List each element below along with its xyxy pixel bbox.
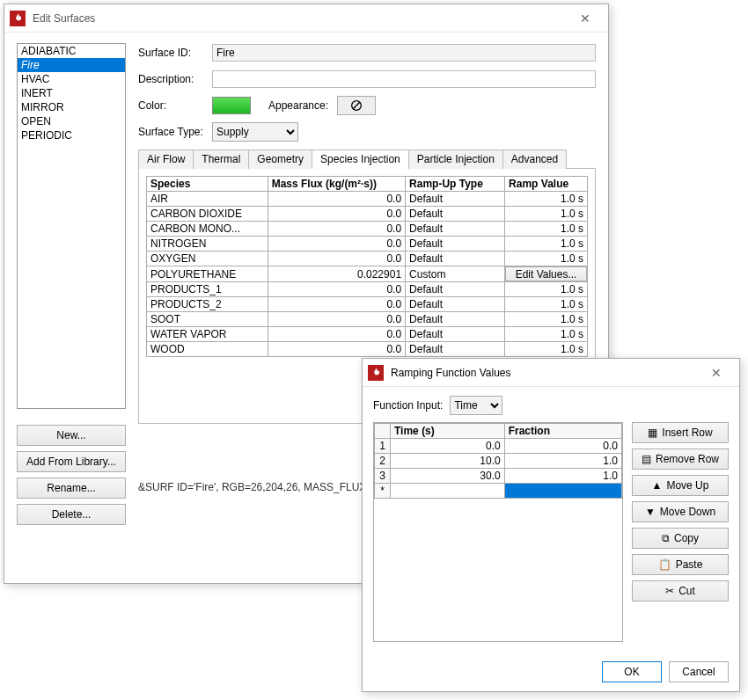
- flux-cell[interactable]: 0.0: [268, 192, 405, 207]
- time-cell[interactable]: 0.0: [391, 439, 505, 454]
- ramp-type-cell[interactable]: Default: [406, 282, 505, 297]
- species-cell[interactable]: WOOD: [147, 342, 268, 357]
- table-row[interactable]: CARBON DIOXIDE0.0Default1.0 s: [147, 207, 588, 222]
- surface-listbox[interactable]: ADIABATICFireHVACINERTMIRROROPENPERIODIC: [17, 43, 126, 409]
- tab-thermal[interactable]: Thermal: [193, 149, 249, 169]
- ramp-value-cell[interactable]: 1.0 s: [505, 312, 588, 327]
- table-row[interactable]: WOOD0.0Default1.0 s: [147, 342, 588, 357]
- function-input-select[interactable]: Time: [450, 396, 502, 415]
- color-swatch[interactable]: [212, 97, 251, 114]
- list-item[interactable]: ADIABATIC: [18, 44, 125, 58]
- ramp-type-cell[interactable]: Default: [406, 297, 505, 312]
- close-button[interactable]: ✕: [568, 6, 603, 31]
- ramp-value-cell[interactable]: 1.0 s: [505, 192, 588, 207]
- ramp-value-cell[interactable]: 1.0 s: [505, 327, 588, 342]
- ramp-value-cell[interactable]: 1.0 s: [505, 297, 588, 312]
- surface-type-select[interactable]: Supply: [212, 122, 298, 142]
- ramp-value-cell[interactable]: 1.0 s: [505, 222, 588, 237]
- flux-cell[interactable]: 0.0: [268, 282, 405, 297]
- appearance-button[interactable]: [337, 96, 376, 115]
- ramp-type-cell[interactable]: Default: [406, 207, 505, 222]
- tab-species-injection[interactable]: Species Injection: [312, 149, 409, 169]
- column-header[interactable]: Time (s): [391, 424, 505, 439]
- titlebar[interactable]: Edit Surfaces ✕: [4, 4, 608, 33]
- rename-button[interactable]: Rename...: [17, 478, 126, 499]
- species-cell[interactable]: PRODUCTS_1: [147, 282, 268, 297]
- flux-cell[interactable]: 0.0: [268, 342, 405, 357]
- cancel-button[interactable]: Cancel: [669, 661, 729, 682]
- table-row[interactable]: WATER VAPOR0.0Default1.0 s: [147, 327, 588, 342]
- move-up-button[interactable]: ▲Move Up: [632, 475, 729, 496]
- table-row[interactable]: OXYGEN0.0Default1.0 s: [147, 252, 588, 266]
- fraction-cell[interactable]: 0.0: [504, 439, 621, 454]
- table-row[interactable]: 330.01.0: [375, 469, 622, 484]
- table-row[interactable]: AIR0.0Default1.0 s: [147, 192, 588, 207]
- cut-button[interactable]: ✂Cut: [632, 580, 729, 602]
- flux-cell[interactable]: 0.0: [268, 252, 405, 266]
- time-cell[interactable]: [391, 484, 505, 499]
- ramp-type-cell[interactable]: Default: [406, 222, 505, 237]
- new-row[interactable]: *: [375, 484, 622, 499]
- table-row[interactable]: PRODUCTS_10.0Default1.0 s: [147, 282, 588, 297]
- edit-values-button[interactable]: Edit Values...: [505, 266, 587, 281]
- tab-particle-injection[interactable]: Particle Injection: [408, 149, 503, 169]
- species-cell[interactable]: AIR: [147, 192, 268, 207]
- table-row[interactable]: SOOT0.0Default1.0 s: [147, 312, 588, 327]
- time-cell[interactable]: 30.0: [391, 469, 505, 484]
- fraction-cell[interactable]: 1.0: [504, 469, 621, 484]
- ramp-type-cell[interactable]: Default: [406, 342, 505, 357]
- column-header[interactable]: Mass Flux (kg/(m²·s)): [268, 177, 405, 192]
- column-header[interactable]: [375, 424, 391, 439]
- table-row[interactable]: PRODUCTS_20.0Default1.0 s: [147, 297, 588, 312]
- table-row[interactable]: 10.00.0: [375, 439, 622, 454]
- remove-row-button[interactable]: ▤Remove Row: [632, 448, 729, 470]
- species-table[interactable]: SpeciesMass Flux (kg/(m²·s))Ramp-Up Type…: [146, 176, 588, 357]
- surface-id-input[interactable]: [212, 44, 596, 62]
- ramp-value-cell[interactable]: 1.0 s: [505, 342, 588, 357]
- ramp-type-cell[interactable]: Default: [406, 312, 505, 327]
- insert-row-button[interactable]: ▦Insert Row: [632, 422, 729, 443]
- flux-cell[interactable]: 0.0: [268, 312, 405, 327]
- species-cell[interactable]: NITROGEN: [147, 237, 268, 252]
- species-cell[interactable]: PRODUCTS_2: [147, 297, 268, 312]
- list-item[interactable]: MIRROR: [18, 100, 125, 114]
- tab-air-flow[interactable]: Air Flow: [138, 149, 194, 169]
- ramp-table[interactable]: Time (s)Fraction 10.00.0210.01.0330.01.0…: [373, 422, 623, 642]
- species-cell[interactable]: OXYGEN: [147, 252, 268, 266]
- list-item[interactable]: Fire: [18, 58, 125, 72]
- flux-cell[interactable]: 0.022901: [268, 266, 405, 282]
- paste-button[interactable]: 📋Paste: [632, 554, 729, 575]
- species-cell[interactable]: SOOT: [147, 312, 268, 327]
- close-button[interactable]: ✕: [699, 361, 734, 385]
- species-cell[interactable]: CARBON MONO...: [147, 222, 268, 237]
- table-row[interactable]: CARBON MONO...0.0Default1.0 s: [147, 222, 588, 237]
- add-from-library-button[interactable]: Add From Library...: [17, 451, 126, 472]
- ramp-value-cell[interactable]: 1.0 s: [505, 237, 588, 252]
- flux-cell[interactable]: 0.0: [268, 327, 405, 342]
- list-item[interactable]: HVAC: [18, 72, 125, 86]
- ramp-type-cell[interactable]: Custom: [406, 266, 505, 282]
- flux-cell[interactable]: 0.0: [268, 207, 405, 222]
- table-row[interactable]: POLYURETHANE0.022901CustomEdit Values...: [147, 266, 588, 282]
- list-item[interactable]: PERIODIC: [18, 128, 125, 142]
- new-button[interactable]: New...: [17, 425, 126, 446]
- description-input[interactable]: [212, 70, 596, 88]
- ok-button[interactable]: OK: [602, 661, 662, 682]
- ramp-type-cell[interactable]: Default: [406, 327, 505, 342]
- ramp-value-cell[interactable]: 1.0 s: [505, 282, 588, 297]
- list-item[interactable]: INERT: [18, 86, 125, 100]
- ramp-value-cell[interactable]: 1.0 s: [505, 207, 588, 222]
- column-header[interactable]: Species: [147, 177, 268, 192]
- list-item[interactable]: OPEN: [18, 114, 125, 128]
- species-cell[interactable]: WATER VAPOR: [147, 327, 268, 342]
- column-header[interactable]: Fraction: [504, 424, 621, 439]
- ramp-type-cell[interactable]: Default: [406, 192, 505, 207]
- flux-cell[interactable]: 0.0: [268, 297, 405, 312]
- ramp-type-cell[interactable]: Default: [406, 237, 505, 252]
- fraction-cell[interactable]: 1.0: [504, 454, 621, 469]
- ramp-type-cell[interactable]: Default: [406, 252, 505, 266]
- copy-button[interactable]: ⧉Copy: [632, 528, 729, 549]
- delete-button[interactable]: Delete...: [17, 504, 126, 525]
- flux-cell[interactable]: 0.0: [268, 222, 405, 237]
- table-row[interactable]: 210.01.0: [375, 454, 622, 469]
